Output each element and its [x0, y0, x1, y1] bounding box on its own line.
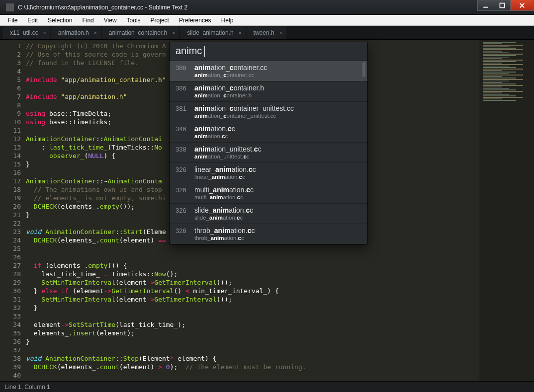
goto-result-path: animation_container.cc: [194, 72, 361, 78]
code-line: SetMinTimerInterval(element->GetTimerInt…: [26, 295, 479, 304]
window-title: C:\JJ\chromium\src\app\animation_contain…: [18, 4, 478, 11]
goto-result-path: multi_animation.cc: [194, 194, 361, 200]
tab-tween-h[interactable]: tween.h×: [247, 26, 286, 39]
goto-result-filename: linear_animation.cc: [194, 165, 361, 173]
code-line: if (elements_.empty()) {: [26, 261, 479, 270]
status-cursor-position: Line 1, Column 1: [5, 384, 50, 391]
line-number-gutter: 1234567891011121314151617181920212223242…: [0, 40, 26, 381]
code-line: [26, 371, 479, 380]
maximize-button[interactable]: [494, 0, 511, 11]
goto-result-item[interactable]: 338animation_unittest.ccanimation_unitte…: [170, 142, 367, 162]
goto-scrollbar-thumb[interactable]: [362, 62, 365, 77]
goto-result-path: throb_animation.cc: [194, 235, 361, 241]
tab-label: animation_container.h: [109, 29, 167, 36]
goto-result-item[interactable]: 326linear_animation.cclinear_animation.c…: [170, 162, 367, 183]
code-line: [26, 312, 479, 320]
menu-item-tools[interactable]: Tools: [122, 16, 146, 25]
code-line: SetMinTimerInterval(element->GetTimerInt…: [26, 278, 479, 287]
goto-result-filename: throb_animation.cc: [194, 227, 361, 235]
code-line: } else if (element->GetTimerInterval() <…: [26, 287, 479, 295]
tab-label: animation.h: [58, 29, 89, 36]
code-line: elements_.insert(element);: [26, 329, 479, 337]
goto-result-score: 326: [176, 165, 194, 173]
goto-result-path: animation_container.h: [194, 92, 361, 98]
status-bar: Line 1, Column 1: [0, 381, 534, 392]
tab-label: slide_animation.h: [187, 29, 233, 36]
tab-close-icon[interactable]: ×: [43, 30, 46, 36]
goto-result-path: linear_animation.cc: [194, 174, 361, 180]
window-controls: [478, 0, 534, 14]
code-line: [26, 346, 479, 354]
goto-result-filename: animation_container_unittest.cc: [194, 104, 361, 112]
tab-slide-animation-h[interactable]: slide_animation.h×: [180, 26, 245, 39]
tab-label: x11_util.cc: [10, 29, 38, 36]
goto-result-score: 326: [176, 227, 194, 235]
code-line: void AnimationContainer::Stop(Element* e…: [26, 354, 479, 363]
window-titlebar: C:\JJ\chromium\src\app\animation_contain…: [0, 0, 534, 15]
tab-label: tween.h: [254, 29, 274, 36]
svg-rect-1: [500, 3, 504, 7]
code-line: [26, 244, 479, 253]
goto-result-filename: slide_animation.cc: [194, 206, 361, 214]
tab-close-icon[interactable]: ×: [172, 30, 175, 36]
minimize-button[interactable]: [477, 0, 494, 11]
goto-result-score: 386: [176, 84, 194, 92]
tab-x11-util-cc[interactable]: x11_util.cc×: [3, 26, 50, 39]
tab-close-icon[interactable]: ×: [279, 30, 282, 36]
code-line: element->SetStartTime(last_tick_time_);: [26, 320, 479, 329]
goto-result-item[interactable]: 386animation_container.hanimation_contai…: [170, 81, 367, 101]
menu-bar: FileEditSelectionFindViewToolsProjectPre…: [0, 15, 534, 26]
tab-bar: x11_util.cc×animation.h×animation_contai…: [0, 26, 534, 40]
goto-results-list: 386animation_container.ccanimation_conta…: [170, 61, 367, 244]
goto-result-path: slide_animation.cc: [194, 215, 361, 221]
text-caret: [204, 46, 205, 57]
goto-result-score: 338: [176, 145, 194, 153]
menu-item-find[interactable]: Find: [77, 16, 98, 25]
goto-result-filename: animation_container.cc: [194, 64, 361, 72]
menu-item-edit[interactable]: Edit: [22, 16, 43, 25]
goto-result-score: 326: [176, 206, 194, 214]
goto-result-path: animation_unittest.cc: [194, 154, 361, 159]
goto-anything-panel: 386animation_container.ccanimation_conta…: [169, 42, 368, 244]
tab-animation-container-h[interactable]: animation_container.h×: [102, 26, 179, 39]
goto-input[interactable]: [170, 42, 367, 61]
goto-result-score: 326: [176, 186, 194, 194]
code-line: }: [26, 304, 479, 312]
goto-result-item[interactable]: 381animation_container_unittest.ccanimat…: [170, 101, 367, 122]
code-line: }: [26, 337, 479, 346]
goto-result-score: 386: [176, 64, 194, 72]
app-icon: [6, 3, 14, 11]
close-button[interactable]: [510, 0, 534, 11]
goto-result-item[interactable]: 326throb_animation.ccthrob_animation.cc: [170, 224, 367, 244]
goto-result-filename: animation_unittest.cc: [194, 145, 361, 153]
goto-result-item[interactable]: 386animation_container.ccanimation_conta…: [170, 61, 367, 81]
tab-close-icon[interactable]: ×: [239, 30, 242, 36]
minimap[interactable]: [479, 40, 534, 381]
goto-result-item[interactable]: 346animation.ccanimation.cc: [170, 122, 367, 142]
menu-item-view[interactable]: View: [99, 16, 122, 25]
menu-item-file[interactable]: File: [3, 16, 22, 25]
goto-result-score: 381: [176, 104, 194, 112]
goto-result-filename: animation.cc: [194, 125, 361, 133]
code-line: [26, 253, 479, 261]
menu-item-help[interactable]: Help: [216, 16, 239, 25]
code-line: last_tick_time_ = TimeTicks::Now();: [26, 270, 479, 278]
code-line: DCHECK(elements_.count(element) > 0); //…: [26, 363, 479, 371]
goto-result-score: 346: [176, 125, 194, 133]
goto-result-item[interactable]: 326multi_animation.ccmulti_animation.cc: [170, 183, 367, 203]
goto-result-path: animation.cc: [194, 133, 361, 139]
goto-result-filename: animation_container.h: [194, 84, 361, 92]
tab-animation-h[interactable]: animation.h×: [51, 26, 101, 39]
goto-result-path: animation_container_unittest.cc: [194, 113, 361, 119]
menu-item-selection[interactable]: Selection: [43, 16, 77, 25]
goto-result-filename: multi_animation.cc: [194, 186, 361, 194]
menu-item-preferences[interactable]: Preferences: [174, 16, 216, 25]
tab-close-icon[interactable]: ×: [94, 30, 97, 36]
goto-result-item[interactable]: 326slide_animation.ccslide_animation.cc: [170, 203, 367, 224]
menu-item-project[interactable]: Project: [146, 16, 174, 25]
